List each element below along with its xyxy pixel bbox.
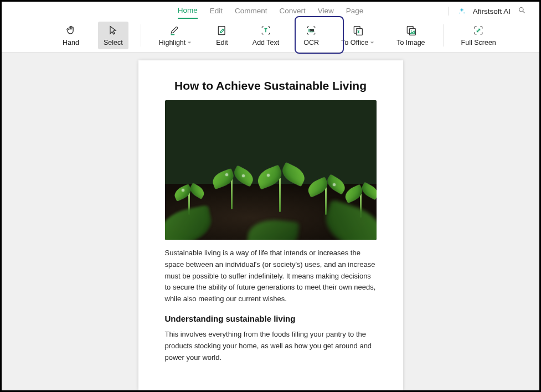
full-screen-label: Full Screen: [461, 39, 496, 47]
paragraph-1: Sustainable living is a way of life that…: [165, 247, 377, 305]
section-heading: Understanding sustainable living: [165, 314, 377, 323]
pencil-page-icon: [217, 24, 228, 37]
top-menu-bar: Home Edit Comment Convert View Page Afir…: [2, 2, 539, 18]
to-office-label: To Office: [341, 39, 368, 47]
to-office-button[interactable]: To Office: [336, 22, 380, 49]
svg-point-0: [519, 8, 524, 12]
highlight-button[interactable]: Highlight: [153, 22, 198, 49]
toolbar: Hand Select Highlight Edit Add Text: [2, 18, 539, 53]
divider: [448, 7, 449, 16]
hand-icon: [65, 24, 76, 37]
select-tool-button[interactable]: Select: [98, 22, 128, 49]
menu-view[interactable]: View: [318, 4, 334, 18]
full-screen-button[interactable]: Full Screen: [456, 22, 502, 49]
chevron-down-icon: [187, 39, 192, 47]
menu-convert[interactable]: Convert: [279, 4, 305, 18]
select-label: Select: [104, 39, 123, 47]
hand-label: Hand: [63, 39, 79, 47]
menu-comment[interactable]: Comment: [235, 4, 267, 18]
svg-text:OCR: OCR: [310, 29, 315, 32]
document-page[interactable]: How to Achieve Sustainable Living: [138, 60, 403, 390]
highlighter-icon: [169, 24, 181, 37]
menu-home[interactable]: Home: [178, 4, 198, 19]
ai-assistant-button[interactable]: Afirstsoft AI: [473, 7, 511, 16]
add-text-label: Add Text: [253, 39, 279, 47]
edit-button[interactable]: Edit: [210, 22, 234, 49]
text-box-icon: [260, 24, 272, 37]
hand-tool-button[interactable]: Hand: [57, 22, 85, 49]
menu-edit[interactable]: Edit: [210, 4, 223, 18]
svg-rect-6: [357, 28, 363, 35]
ocr-icon: OCR: [305, 24, 317, 37]
to-image-icon: [405, 24, 417, 37]
svg-point-9: [411, 30, 412, 31]
edit-label: Edit: [216, 39, 228, 47]
add-text-button[interactable]: Add Text: [247, 22, 285, 49]
svg-line-1: [523, 11, 524, 13]
sparkle-icon: [458, 7, 466, 15]
page-title: How to Achieve Sustainable Living: [165, 79, 377, 92]
divider: [141, 24, 141, 47]
search-icon[interactable]: [518, 6, 526, 16]
fullscreen-icon: [473, 24, 484, 37]
hero-image: [165, 100, 377, 240]
ocr-label: OCR: [303, 39, 319, 47]
divider: [443, 24, 444, 47]
to-office-icon: [352, 24, 364, 37]
to-image-label: To Image: [396, 39, 425, 47]
to-image-button[interactable]: To Image: [391, 22, 430, 49]
document-workspace: How to Achieve Sustainable Living: [2, 53, 539, 390]
menu-page[interactable]: Page: [346, 4, 364, 18]
cursor-icon: [107, 24, 118, 37]
paragraph-2: This involves everything from the foods …: [165, 329, 377, 363]
chevron-down-icon: [370, 39, 374, 47]
highlight-label: Highlight: [159, 39, 186, 47]
ocr-button[interactable]: OCR OCR: [298, 22, 324, 49]
